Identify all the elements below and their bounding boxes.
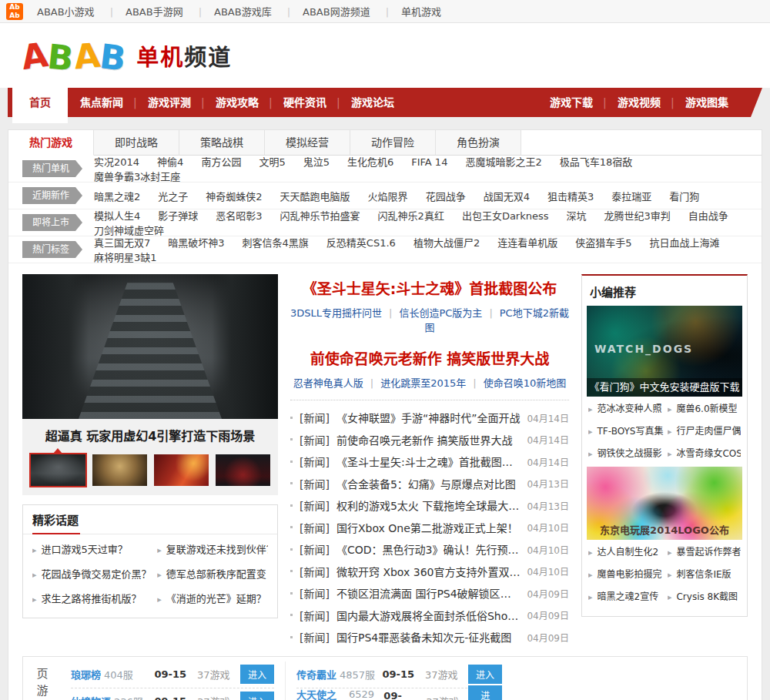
slider-main-image[interactable] (22, 274, 278, 419)
headline-title[interactable]: 前使命召唤元老新作 搞笑版世界大战 (290, 347, 569, 368)
game-link[interactable]: 花园战争 (426, 191, 466, 203)
main-nav-item[interactable]: 游戏下载 (537, 88, 605, 117)
topic-link[interactable]: ▸进口游戏5天过审？ (32, 538, 157, 562)
server-game-link[interactable]: 大天使之剑 (296, 687, 346, 700)
server-game-link[interactable]: 仙境物语 (71, 694, 111, 700)
game-link[interactable]: 连连看单机版 (497, 237, 557, 249)
top-bar-link[interactable]: 单机游戏 (373, 4, 444, 18)
main-nav-item[interactable]: 游戏论坛 (339, 88, 407, 117)
enter-server-button[interactable]: 进入 (240, 692, 274, 700)
enter-server-button[interactable]: 进入 (468, 665, 502, 684)
news-title-link[interactable]: 国内最大游戏展将全面封杀低俗ShowGirl (336, 608, 521, 623)
category-tab[interactable]: 模拟经营 (265, 130, 350, 156)
editor-link[interactable]: ▸范冰冰变种人照 (588, 398, 668, 420)
game-link[interactable]: 刺客信条4黑旗 (243, 237, 309, 249)
game-link[interactable]: 闪乱神乐2真红 (378, 210, 444, 222)
news-title-link[interactable]: 不锁区泪流满面 国行PS4破解锁区教程 (336, 585, 521, 601)
game-link[interactable]: 火焰限界 (368, 191, 408, 203)
category-tab[interactable]: 热门游戏 (8, 130, 94, 156)
slider-thumb-4[interactable] (216, 454, 270, 486)
top-bar-link[interactable]: ABAB手游网 (98, 4, 186, 18)
top-bar-link[interactable]: ABAB小游戏 (34, 4, 98, 18)
slider-thumb-2[interactable] (92, 454, 147, 486)
site-logo[interactable]: ABAB (22, 36, 126, 75)
headline-sublink[interactable]: 3DSLL专用摇杆问世 (290, 307, 399, 319)
game-link[interactable]: 深坑 (567, 210, 587, 222)
game-link[interactable]: 自由战争 (688, 210, 728, 222)
game-link[interactable]: 光之子 (158, 191, 188, 203)
game-link[interactable]: 看门狗 (669, 191, 699, 203)
main-nav-item[interactable]: 首页 (12, 88, 68, 123)
headline-sublink[interactable]: 忍者神龟真人版 (293, 377, 380, 389)
topic-link[interactable]: ▸复联游戏还未找到伙伴？ (157, 538, 268, 562)
news-title-link[interactable]: 国行PS4罪恶装备未知次元-征兆截图 (336, 629, 521, 645)
headline-sublink[interactable]: 信长创造PC版为主 (399, 307, 499, 319)
watchdogs-promo-image[interactable]: WATCH_DOGS 《看门狗》中文免安装硬盘版下载 (587, 306, 742, 397)
abab-mini-logo-icon[interactable]: Ab Ab (6, 3, 23, 20)
editor-link[interactable]: ▸暗黑之魂2宣传 (588, 586, 668, 608)
game-link[interactable]: 模拟人生4 (94, 210, 140, 222)
news-title-link[interactable]: 国行Xbox One第二批游戏正式上架！ (336, 520, 521, 535)
tgs-caption-link[interactable]: 东京电玩展2014LOGO公布 (587, 522, 742, 537)
news-title-link[interactable]: 权利的游戏5太火 下载拖垮全球最大盗版 (336, 497, 521, 513)
game-link[interactable]: 战国无双4 (484, 191, 530, 203)
top-bar-link[interactable]: ABAB游戏库 (186, 4, 275, 18)
headline-sublink[interactable]: 使命召唤10新地图 (484, 377, 567, 389)
game-link[interactable]: 恶魔城暗影之王2 (465, 156, 541, 168)
topic-link[interactable]: ▸德军总部新秩序配置变 (157, 562, 268, 587)
news-title-link[interactable]: 前使命召唤元老新作 搞笑版世界大战 (336, 432, 521, 447)
enter-server-button[interactable]: 进入 (468, 685, 502, 700)
headline-title[interactable]: 《圣斗士星矢:斗士之魂》首批截图公布 (290, 277, 569, 298)
slider-thumb-1[interactable] (31, 454, 85, 486)
game-link[interactable]: 鬼泣5 (303, 156, 330, 168)
game-link[interactable]: 真三国无双7 (94, 237, 150, 249)
news-title-link[interactable]: 微软开窍 Xbox 360官方支持外置双硬盘 (336, 564, 521, 579)
game-link[interactable]: 反恐精英CS1.6 (326, 237, 396, 249)
slider-caption[interactable]: 超逼真 玩家用虚幻4引擎打造下雨场景 (22, 426, 278, 444)
game-link[interactable]: 恶名昭彰3 (216, 210, 262, 222)
game-link[interactable]: 龙腾世纪3审判 (604, 210, 671, 222)
game-link[interactable]: 神奇蜘蛛侠2 (206, 191, 262, 203)
enter-server-button[interactable]: 进入 (240, 665, 274, 684)
game-link[interactable]: 极品飞车18宿敌 (560, 156, 633, 168)
editor-link[interactable]: ▸行尸走肉僵尸偶 (668, 420, 741, 443)
editor-link[interactable]: ▸刺客信条IE版 (668, 564, 741, 586)
category-tab[interactable]: 即时战略 (94, 130, 179, 156)
editor-link[interactable]: ▸魔兽电影拍摄完 (588, 564, 668, 586)
editor-link[interactable]: ▸达人自制生化2 (588, 541, 668, 564)
main-nav-item[interactable]: 焦点新闻 (68, 88, 136, 117)
news-title-link[interactable]: 《圣斗士星矢:斗士之魂》首批截图公布 (336, 454, 521, 469)
game-link[interactable]: 抗日血战上海滩 (649, 237, 719, 249)
game-link[interactable]: 神偷4 (157, 156, 183, 168)
editor-link[interactable]: ▸暴雪起诉作弊者 (668, 541, 741, 564)
main-nav-item[interactable]: 游戏图集 (673, 88, 741, 117)
topic-link[interactable]: ▸花园战争微交易定价黑？ (32, 562, 157, 587)
game-link[interactable]: 影子弹球 (158, 210, 198, 222)
category-tab[interactable]: 策略战棋 (179, 130, 265, 156)
server-game-link[interactable]: 传奇霸业 (296, 667, 336, 682)
game-link[interactable]: 麻将明星3缺1 (94, 252, 157, 263)
tgs-promo-image[interactable]: 东京电玩展2014LOGO公布 (587, 467, 742, 540)
game-link[interactable]: FIFA 14 (411, 156, 447, 168)
editor-link[interactable]: ▸魔兽6.0新模型 (668, 398, 741, 420)
topic-link[interactable]: ▸求生之路将推街机版？ (32, 587, 157, 611)
game-link[interactable]: 闪乱神乐节拍盛宴 (280, 210, 360, 222)
game-link[interactable]: 南方公园 (201, 156, 241, 168)
game-link[interactable]: 泰拉瑞亚 (611, 191, 651, 203)
headline-sublink[interactable]: 进化跳票至2015年 (380, 377, 483, 389)
game-link[interactable]: 魔兽争霸3冰封王座 (94, 171, 180, 183)
game-link[interactable]: 出包王女Darkness (462, 210, 549, 222)
game-link[interactable]: 狙击精英3 (547, 191, 594, 203)
top-bar-link[interactable]: ABAB网游频道 (275, 4, 373, 18)
game-link[interactable]: 实况2014 (94, 156, 139, 168)
editor-link[interactable]: ▸Crysis 8K截图 (668, 586, 741, 608)
main-nav-item[interactable]: 游戏视频 (605, 88, 673, 117)
game-link[interactable]: 暗黑破坏神3 (168, 237, 224, 249)
editor-link[interactable]: ▸冰雪奇缘女COS (668, 443, 741, 465)
game-link[interactable]: 文明5 (259, 156, 285, 168)
news-title-link[interactable]: 《女神联盟》手游“神器时代”全面开战 (336, 410, 521, 425)
editor-link[interactable]: ▸钢铁侠之战摄影 (588, 443, 668, 465)
topic-link[interactable]: ▸《消逝的光芒》延期？ (157, 587, 268, 611)
main-nav-item[interactable]: 硬件资讯 (271, 88, 339, 117)
game-link[interactable]: 生化危机6 (347, 156, 393, 168)
